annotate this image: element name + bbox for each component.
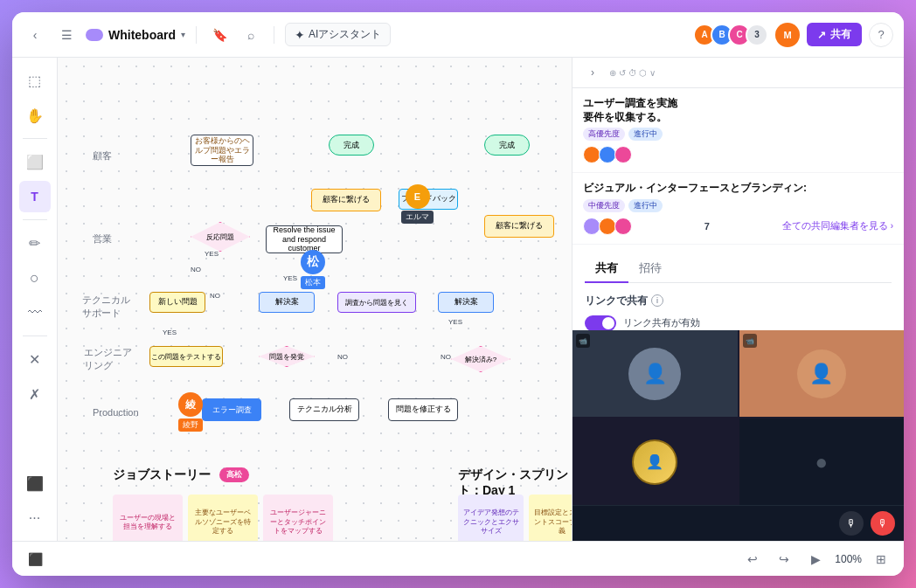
flowchart-node-fix: 問題を修正する [388,398,458,421]
label-yes1: YES [205,250,219,258]
label-yes4: YES [163,329,177,336]
ai-assistant-button[interactable]: ✦ AIアシスタント [285,23,391,46]
menu-button[interactable]: ☰ [54,23,79,47]
circle-tool-button[interactable]: ○ [19,262,51,294]
toggle-row: リンク共有が有効 [585,315,892,330]
video-indicator: 📹 [576,334,590,348]
card-avatar [599,218,616,235]
flowchart-node-error-inv: エラー調査 [202,398,261,421]
connector-tool-button[interactable]: 〰 [19,297,51,329]
flowchart-node-investigate: 調査から問題を見く [337,292,416,313]
toggle-knob [602,317,614,329]
toolbar-divider [23,138,47,139]
tab-invite[interactable]: 招待 [628,255,672,283]
label-no3: NO [337,353,348,361]
undo-button[interactable]: ↩ [740,547,765,571]
video-cell-3: 👤 [572,419,738,505]
text-tool-button[interactable]: T [19,181,51,212]
canvas-avatar-matsumoto: 松 松本 [301,250,325,289]
card-avatar [614,218,632,235]
sticky-note: 主要なユーザーベルソゾニーズを特定する [188,495,258,541]
cross-tool-button[interactable]: ✗ [19,378,51,410]
flowchart-node-help: お客様からのヘルプ問題やエラー報告 [191,135,253,166]
layers-panel-button[interactable]: ⬛ [23,547,47,571]
card-avatars [583,146,893,163]
card-avatar [583,218,600,235]
sticky-note: 目標設定とスプリントスコープの定義 [529,495,572,541]
share-tabs: 共有 招待 [585,255,892,283]
row-label-eng: エンジニアリング [84,346,132,372]
flowchart-node-done1: 完成 [329,135,374,156]
see-all-link[interactable]: 全ての共同編集者を見る › [782,219,893,232]
avatar-name: 松本 [301,276,325,289]
chevron-down-icon: ▾ [181,30,185,39]
right-panel: › ⊕ ↺ ⏱ ⬡ ∨ ユーザー調査を実施要件を収集する。 高優先度 進行中 ビ… [572,58,904,541]
row-label-sales: 営業 [93,232,112,246]
link-share-toggle[interactable] [585,315,616,330]
grid-view-button[interactable]: ⊞ [869,547,893,571]
avatar-name: エルマ [401,211,434,224]
share-link-title: リンクで共有 i [585,294,892,308]
shape-tool-button[interactable]: ⬜ [19,146,51,177]
hand-tool-button[interactable]: ✋ [19,100,51,131]
ai-label: AIアシスタント [309,27,381,42]
video-cell-2: 📹 👤 [739,330,905,417]
tag-priority: 中優先度 [583,199,625,212]
my-avatar[interactable]: M [775,23,800,47]
back-button[interactable]: ‹ [23,23,47,47]
card-tags: 中優先度 進行中 [583,199,893,212]
video-controls: 🎙 🎙 [572,505,904,541]
tag-status: 進行中 [628,199,663,212]
flowchart-node-test: この問題をテストする [149,346,223,367]
avatar-face: 👤 [634,441,676,483]
play-button[interactable]: ▶ [803,547,828,571]
rpanel-forward-button[interactable]: › [583,63,602,82]
card-user-research[interactable]: ユーザー調査を実施要件を収集する。 高優先度 進行中 [572,88,904,173]
redo-button[interactable]: ↪ [772,547,796,571]
zoom-level: 100% [835,553,862,565]
avatar-bubble: E [406,184,430,209]
card-visual-branding[interactable]: ビジュアル・インターフェースとブランディン: 中優先度 進行中 7 全ての共同編… [572,173,904,245]
card-avatars [583,218,632,235]
card-title: ビジュアル・インターフェースとブランディン: [583,182,893,196]
share-button[interactable]: ↗ 共有 [807,23,862,46]
flowchart-node-new-issue: 新しい問題 [149,292,205,313]
video-avatar: 👤 [632,439,677,485]
label-no1: NO [191,266,201,273]
flowchart-node-solution2: 解決案 [438,292,494,313]
flowchart-node-solution1: 解決案 [259,292,315,313]
help-button[interactable]: ? [869,23,893,47]
card-tags: 高優先度 進行中 [583,128,893,141]
avatar-bubble: 松 [301,250,325,274]
tag-status: 進行中 [628,128,663,141]
label-yes2: YES [283,274,297,282]
card-avatar [614,146,632,163]
rpanel-icons: ⊕ ↺ ⏱ ⬡ ∨ [609,68,893,78]
eraser-tool-button[interactable]: ✕ [19,343,51,375]
bookmark-button[interactable]: 🔖 [207,23,232,47]
flowchart-node-connect1: 顧客に繋げる [311,189,381,211]
badge-takamatsu: 高松 [219,467,249,482]
sticky-note: ユーザージャーニーとタッチポイントをマップする [263,495,333,541]
tab-share[interactable]: 共有 [585,255,628,283]
select-tool-button[interactable]: ⬚ [19,65,51,96]
left-toolbar: ⬚ ✋ ⬜ T ✏ ○ 〰 ✕ ✗ ⬛ ··· [12,58,58,541]
layers-button[interactable]: ⬛ [19,467,51,499]
search-button[interactable]: ⌕ [239,23,263,47]
info-icon[interactable]: i [651,294,663,307]
video-panel: 📹 👤 📹 👤 👤 ● [572,330,904,505]
video-indicator: 📹 [743,334,757,348]
divider [274,26,274,44]
canvas-area[interactable]: 顧客 営業 テクニカルサポート エンジニアリング Production お客様か… [58,58,572,541]
more-tools-button[interactable]: ··· [19,502,51,534]
avatar-count: 3 [746,24,768,46]
bottom-bar: ⬛ ↩ ↪ ▶ 100% ⊞ [12,541,904,576]
share-label: 共有 [830,27,851,42]
video-unmute-button[interactable]: 🎙 [839,511,864,536]
sprint-stickies-row1: アイデア発想のテクニックとエクササイズ 目標設定とスプリントスコープの定義 協力… [458,495,572,541]
video-mute-button[interactable]: 🎙 [871,511,895,536]
canvas-avatar-ayano: 綾 綾野 [178,392,203,432]
avatar-bubble: 綾 [178,392,203,417]
pen-tool-button[interactable]: ✏ [19,227,51,259]
row-label-tech: テクニカルサポート [82,294,130,320]
